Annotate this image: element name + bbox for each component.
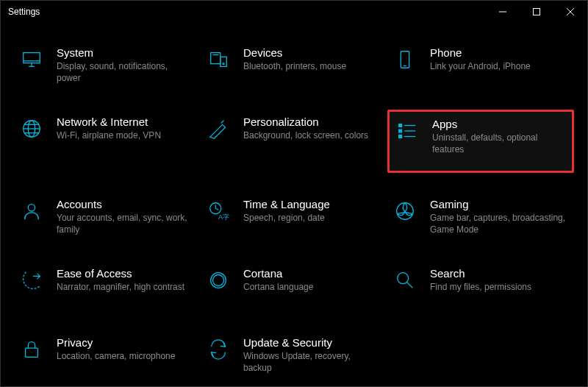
cortana-icon — [204, 264, 233, 294]
tile-subtitle: Link your Android, iPhone — [430, 61, 531, 73]
time-language-icon: A字 — [204, 195, 233, 224]
accounts-icon — [17, 195, 46, 224]
tile-ease-of-access[interactable]: Ease of Access Narrator, magnifier, high… — [14, 261, 201, 314]
svg-rect-20 — [399, 124, 402, 127]
tile-gaming[interactable]: Gaming Game bar, captures, broadcasting,… — [387, 192, 574, 245]
tile-cortana[interactable]: Cortana Cortana language — [201, 261, 387, 314]
network-icon — [17, 113, 46, 142]
tile-subtitle: Windows Update, recovery, backup — [243, 351, 379, 374]
tile-subtitle: Bluetooth, printers, mouse — [243, 61, 346, 73]
tile-network[interactable]: Network & Internet Wi-Fi, airplane mode,… — [14, 110, 201, 173]
personalization-icon — [204, 113, 233, 142]
apps-icon — [392, 115, 422, 144]
svg-rect-1 — [534, 9, 540, 15]
tile-subtitle: Find my files, permissions — [430, 282, 531, 294]
tile-search[interactable]: Search Find my files, permissions — [387, 261, 574, 314]
tile-title: Network & Internet — [57, 116, 161, 129]
privacy-icon — [17, 333, 46, 363]
tile-title: Update & Security — [243, 336, 379, 349]
tile-subtitle: Display, sound, notifications, power — [57, 61, 193, 84]
phone-icon — [390, 43, 420, 73]
svg-line-36 — [407, 283, 413, 288]
tile-title: Ease of Access — [57, 267, 184, 280]
svg-point-11 — [223, 63, 224, 65]
settings-home-grid: System Display, sound, notifications, po… — [1, 23, 587, 387]
tile-subtitle: Wi-Fi, airplane mode, VPN — [57, 130, 161, 142]
tile-personalization[interactable]: Personalization Background, lock screen,… — [201, 110, 387, 173]
tile-phone[interactable]: Phone Link your Android, iPhone — [387, 40, 574, 93]
svg-line-29 — [215, 208, 218, 210]
tile-devices[interactable]: Devices Bluetooth, printers, mouse — [201, 40, 387, 93]
tile-title: Time & Language — [243, 198, 330, 211]
svg-rect-22 — [399, 129, 402, 132]
svg-point-35 — [398, 273, 409, 284]
tile-title: Apps — [432, 118, 567, 131]
tile-subtitle: Cortana language — [243, 282, 313, 294]
svg-line-2 — [567, 8, 574, 15]
svg-rect-37 — [26, 348, 38, 357]
tile-apps[interactable]: Apps Uninstall, defaults, optional featu… — [387, 110, 574, 173]
tile-subtitle: Narrator, magnifier, high contrast — [57, 282, 184, 294]
search-icon — [390, 264, 420, 294]
tile-title: System — [57, 46, 193, 60]
titlebar: Settings — [1, 1, 587, 23]
update-security-icon — [204, 333, 233, 363]
tile-title: Accounts — [57, 198, 193, 211]
settings-window: Settings System Display, sound, notifi — [0, 0, 588, 387]
svg-rect-24 — [399, 135, 402, 138]
tile-time-language[interactable]: A字 Time & Language Speech, region, date — [201, 192, 387, 245]
tile-update-security[interactable]: Update & Security Windows Update, recove… — [201, 330, 387, 383]
tile-title: Phone — [430, 46, 531, 60]
tile-subtitle: Uninstall, defaults, optional features — [432, 132, 567, 155]
minimize-button[interactable] — [486, 1, 520, 23]
maximize-button[interactable] — [520, 1, 553, 23]
devices-icon — [204, 43, 233, 73]
tile-system[interactable]: System Display, sound, notifications, po… — [14, 40, 201, 93]
tile-subtitle: Location, camera, microphone — [57, 351, 175, 363]
tile-subtitle: Speech, region, date — [243, 213, 330, 224]
tile-title: Search — [430, 267, 531, 280]
tile-accounts[interactable]: Accounts Your accounts, email, sync, wor… — [14, 192, 201, 245]
svg-point-26 — [28, 205, 35, 211]
svg-text:A字: A字 — [218, 213, 229, 221]
svg-line-3 — [567, 8, 574, 15]
tile-title: Devices — [243, 46, 346, 60]
ease-of-access-icon — [17, 264, 46, 294]
svg-line-19 — [221, 121, 224, 124]
window-controls — [486, 1, 587, 23]
tile-subtitle: Background, lock screen, colors — [243, 130, 368, 142]
tile-title: Personalization — [243, 116, 368, 129]
tile-subtitle: Game bar, captures, broadcasting, Game M… — [430, 213, 566, 235]
tile-privacy[interactable]: Privacy Location, camera, microphone — [14, 330, 201, 383]
gaming-icon — [390, 195, 420, 224]
tile-title: Privacy — [57, 336, 175, 349]
close-button[interactable] — [553, 1, 587, 23]
tile-title: Cortana — [243, 267, 313, 280]
tile-title: Gaming — [430, 198, 566, 211]
svg-rect-4 — [24, 53, 40, 63]
svg-rect-9 — [220, 57, 226, 66]
system-icon — [17, 43, 46, 73]
svg-point-34 — [213, 275, 224, 286]
tile-subtitle: Your accounts, email, sync, work, family — [57, 213, 193, 235]
window-title: Settings — [8, 7, 40, 17]
